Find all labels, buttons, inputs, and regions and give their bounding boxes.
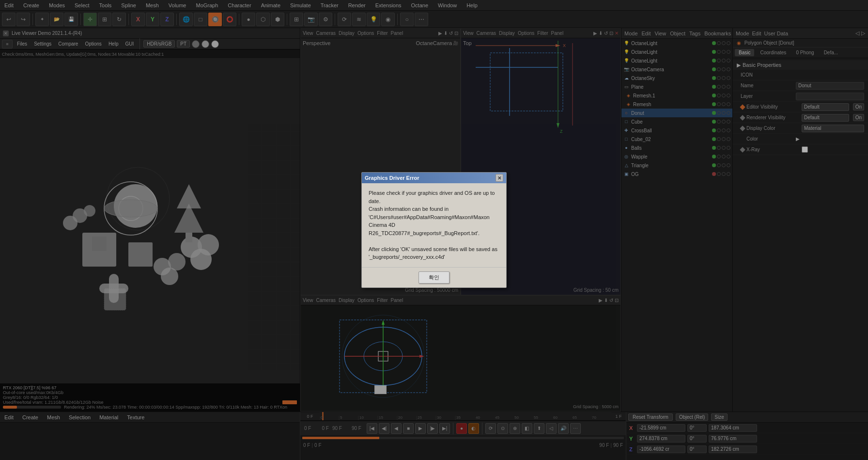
dialog-message-6: '_bugreports/_recovery_xxx.c4d' <box>369 253 499 261</box>
dialog-message-5: After clicking 'OK' unsaved scene files … <box>369 245 499 254</box>
dialog-overlay: Graphics Driver Error ✕ Please check if … <box>0 0 868 460</box>
dialog-message-2: Crash information can be found in <box>369 205 499 213</box>
dialog-body: Please check if your graphics driver and… <box>362 183 506 267</box>
dialog-close-button[interactable]: ✕ <box>496 174 503 182</box>
dialog-message-3: 'C#Users#user#AppData#Roaming#Maxon#Maxo… <box>369 213 499 238</box>
dialog-title-text: Graphics Driver Error <box>365 175 419 181</box>
dialog-message-1: Please check if your graphics driver and… <box>369 189 499 205</box>
dialog-footer: 확인 <box>362 267 506 287</box>
dialog-box: Graphics Driver Error ✕ Please check if … <box>361 172 507 288</box>
dialog-titlebar: Graphics Driver Error ✕ <box>362 173 506 183</box>
dialog-ok-button[interactable]: 확인 <box>418 271 450 284</box>
